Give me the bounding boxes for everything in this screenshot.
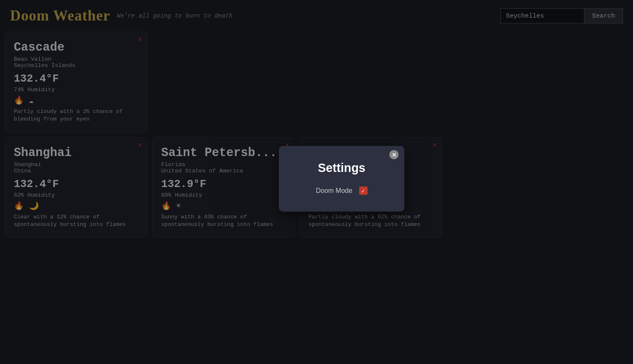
doom-mode-checkbox[interactable] <box>359 187 368 195</box>
modal-close-button[interactable]: ✕ <box>389 150 399 159</box>
modal-title: Settings <box>300 161 383 175</box>
settings-modal: ✕ Settings Doom Mode <box>279 146 404 212</box>
modal-doom-row: Doom Mode <box>300 187 383 195</box>
modal-overlay[interactable]: ✕ Settings Doom Mode <box>0 0 633 364</box>
doom-mode-label: Doom Mode <box>316 187 352 195</box>
